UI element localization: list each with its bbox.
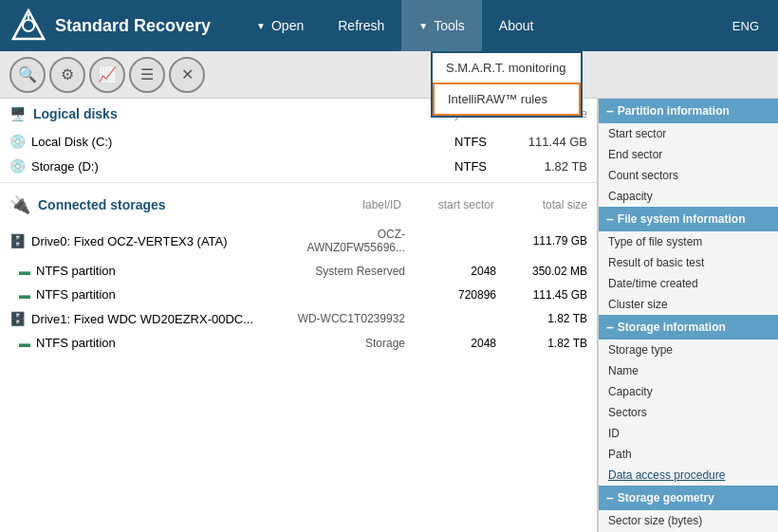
datetime-label: Date/time created bbox=[608, 277, 698, 290]
storage-capacity-item[interactable]: Capacity bbox=[599, 381, 778, 402]
type-fs-item[interactable]: Type of file system bbox=[599, 231, 778, 252]
logical-disks-title: Logical disks bbox=[33, 106, 118, 121]
partition-info-collapse[interactable]: – bbox=[606, 103, 614, 119]
nav-open-label: Open bbox=[271, 18, 304, 33]
storage-info-header: – Storage information bbox=[599, 315, 778, 339]
svg-point-1 bbox=[23, 20, 34, 31]
storage-sectors-item[interactable]: Sectors bbox=[599, 402, 778, 423]
left-panel: 🖥️ Logical disks file system total size … bbox=[0, 99, 598, 532]
drive1-size: 1.82 TB bbox=[502, 312, 587, 325]
capacity-label: Capacity bbox=[608, 190, 653, 203]
cluster-size-label: Cluster size bbox=[608, 298, 668, 311]
lang-switcher[interactable]: ENG bbox=[723, 19, 769, 33]
list-icon: ☰ bbox=[140, 65, 154, 83]
partition-info-header: – Partition information bbox=[599, 99, 778, 123]
dropdown-smart-label: S.M.A.R.T. monitoring bbox=[446, 61, 565, 75]
dropdown-intelliraw-label: IntelliRAW™ rules bbox=[448, 92, 547, 106]
fs-info-header: – File system information bbox=[599, 207, 778, 231]
storage-type-label: Storage type bbox=[608, 343, 673, 357]
storage-type-item[interactable]: Storage type bbox=[599, 339, 778, 360]
nav-about[interactable]: About bbox=[482, 0, 551, 51]
list-button[interactable]: ☰ bbox=[129, 57, 165, 93]
storages-title: Connected storages bbox=[38, 197, 166, 212]
drive0-label: OCZ-AWNZ0FW55696... bbox=[282, 228, 405, 254]
col-label-label: label/ID bbox=[278, 198, 401, 211]
disk-c-fs: NTFS bbox=[373, 135, 487, 149]
disk-d-icon: 💿 bbox=[9, 158, 26, 174]
right-panel: – Partition information Start sector End… bbox=[598, 99, 778, 532]
nav-tools-label: Tools bbox=[434, 18, 465, 33]
app-logo bbox=[9, 7, 47, 45]
partition1-name: NTFS partition bbox=[36, 287, 276, 302]
scan-button[interactable]: ⚙ bbox=[49, 57, 85, 93]
nav-open[interactable]: ▼ Open bbox=[239, 0, 321, 51]
datetime-item[interactable]: Date/time created bbox=[599, 273, 778, 294]
basic-test-item[interactable]: Result of basic test bbox=[599, 252, 778, 273]
partition2-name: NTFS partition bbox=[36, 336, 276, 350]
storage-name-label: Name bbox=[608, 364, 639, 377]
main-content: 🖥️ Logical disks file system total size … bbox=[0, 99, 778, 532]
storage-path-label: Path bbox=[608, 448, 632, 461]
toolbar: Standard Recovery ▼ Open Refresh ▼ Tools… bbox=[0, 0, 778, 51]
close-button[interactable]: ✕ bbox=[169, 57, 205, 93]
dropdown-intelliraw[interactable]: IntelliRAW™ rules bbox=[433, 83, 581, 116]
disk-d-name: Storage (D:) bbox=[31, 159, 367, 174]
drive1-label: WD-WCC1T0239932 bbox=[282, 312, 405, 325]
nav-refresh[interactable]: Refresh bbox=[321, 0, 401, 51]
drive0-icon: 🗄️ bbox=[9, 233, 26, 248]
count-sectors-label: Count sectors bbox=[608, 169, 678, 182]
storage-name-item[interactable]: Name bbox=[599, 360, 778, 381]
storage-path-item[interactable]: Path bbox=[599, 444, 778, 465]
start-sector-item[interactable]: Start sector bbox=[599, 123, 778, 144]
nav-tools[interactable]: ▼ Tools bbox=[401, 0, 482, 51]
logical-disk-d[interactable]: 💿 Storage (D:) NTFS 1.82 TB bbox=[0, 154, 597, 178]
disk-icon: 💿 bbox=[9, 134, 26, 149]
drive1-row[interactable]: 🗄️ Drive1: Fixed WDC WD20EZRX-00DC... WD… bbox=[0, 306, 597, 331]
open-arrow: ▼ bbox=[256, 21, 266, 31]
dropdown-smart[interactable]: S.M.A.R.T. monitoring bbox=[433, 53, 581, 83]
partition0-ss: 2048 bbox=[411, 265, 496, 278]
data-access-label: Data access procedure bbox=[608, 468, 725, 482]
partition1-ss: 720896 bbox=[411, 288, 496, 302]
count-sectors-item[interactable]: Count sectors bbox=[599, 165, 778, 186]
nav: ▼ Open Refresh ▼ Tools About bbox=[239, 0, 723, 51]
partition0-row[interactable]: ▬ NTFS partition System Reserved 2048 35… bbox=[0, 259, 597, 283]
disk-d-size: 1.82 TB bbox=[492, 159, 587, 174]
icon-toolbar: 🔍 ⚙ 📈 ☰ ✕ bbox=[0, 51, 778, 99]
nav-about-label: About bbox=[499, 18, 534, 33]
drive0-row[interactable]: 🗄️ Drive0: Fixed OCZ-VERTEX3 (ATA) OCZ-A… bbox=[0, 223, 597, 259]
nav-refresh-label: Refresh bbox=[338, 18, 384, 33]
col-storage-size-label: total size bbox=[502, 198, 587, 211]
storage-id-item[interactable]: ID bbox=[599, 423, 778, 444]
fs-info-collapse[interactable]: – bbox=[606, 211, 614, 227]
chart-button[interactable]: 📈 bbox=[89, 57, 125, 93]
chart-icon: 📈 bbox=[98, 65, 117, 83]
disk-c-size: 111.44 GB bbox=[492, 135, 587, 149]
logical-disk-c[interactable]: 💿 Local Disk (C:) NTFS 111.44 GB bbox=[0, 129, 597, 154]
search-icon: 🔍 bbox=[18, 65, 37, 83]
partition0-name: NTFS partition bbox=[36, 264, 276, 278]
end-sector-label: End sector bbox=[608, 148, 662, 161]
partition0-label: System Reserved bbox=[282, 265, 405, 278]
storage-geometry-collapse[interactable]: – bbox=[606, 490, 614, 505]
cluster-size-item[interactable]: Cluster size bbox=[599, 294, 778, 315]
data-access-item[interactable]: Data access procedure bbox=[599, 465, 778, 486]
connected-storages-section: 🔌 Connected storages label/ID start sect… bbox=[0, 187, 597, 223]
scan-icon: ⚙ bbox=[61, 65, 74, 83]
storage-id-label: ID bbox=[608, 427, 620, 440]
end-sector-item[interactable]: End sector bbox=[599, 144, 778, 165]
partition2-row[interactable]: ▬ NTFS partition Storage 2048 1.82 TB bbox=[0, 331, 597, 355]
capacity-item[interactable]: Capacity bbox=[599, 186, 778, 207]
storage-sectors-label: Sectors bbox=[608, 406, 647, 419]
partition1-size: 111.45 GB bbox=[502, 288, 587, 302]
basic-test-label: Result of basic test bbox=[608, 256, 704, 269]
type-fs-label: Type of file system bbox=[608, 235, 702, 248]
start-sector-label: Start sector bbox=[608, 127, 666, 140]
sector-size-item[interactable]: Sector size (bytes) bbox=[599, 510, 778, 531]
drive0-name: Drive0: Fixed OCZ-VERTEX3 (ATA) bbox=[31, 234, 276, 248]
partition0-size: 350.02 MB bbox=[502, 265, 587, 278]
search-button[interactable]: 🔍 bbox=[9, 57, 46, 93]
storage-geometry-label: Storage geometry bbox=[618, 491, 714, 504]
storage-info-collapse[interactable]: – bbox=[606, 320, 614, 335]
partition1-row[interactable]: ▬ NTFS partition 720896 111.45 GB bbox=[0, 283, 597, 306]
